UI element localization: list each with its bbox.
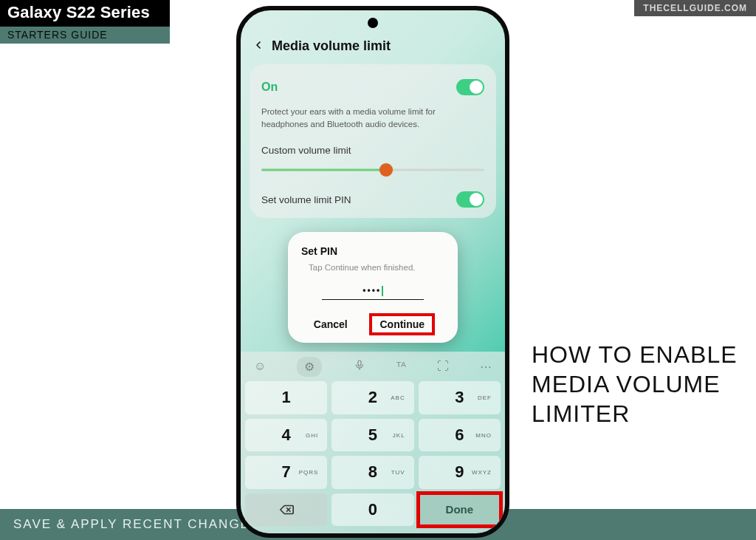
series-badge: Galaxy S22 Series STARTERS GUIDE (0, 0, 170, 44)
tutorial-headline: HOW TO ENABLE MEDIA VOLUME LIMITER (532, 340, 746, 428)
pin-toggle[interactable] (456, 191, 484, 208)
set-pin-dialog: Set PIN Tap Continue when finished. ••••… (288, 232, 458, 343)
settings-panel: On Protect your ears with a media volume… (250, 64, 496, 218)
svg-rect-0 (358, 360, 361, 366)
phone-frame: Media volume limit On Protect your ears … (236, 6, 509, 538)
volume-slider[interactable] (261, 160, 484, 180)
pin-input[interactable]: •••• (322, 285, 424, 300)
screen-header: Media volume limit (241, 35, 505, 64)
done-key[interactable]: Done (419, 493, 501, 527)
on-toggle[interactable] (456, 79, 484, 95)
backspace-key[interactable] (245, 493, 327, 527)
series-title: Galaxy S22 Series (0, 0, 170, 27)
key-1[interactable]: 1 (245, 381, 327, 414)
series-subtitle: STARTERS GUIDE (0, 27, 170, 44)
on-label: On (261, 81, 278, 94)
key-5[interactable]: 5JKL (331, 419, 413, 452)
custom-volume-label: Custom volume limit (261, 140, 484, 156)
numeric-keyboard: ☺ ⚙ ᵀᴬ ⛶ ⋯ 1 2ABC 3DEF 4GHI 5JKL 6MNO 7P… (241, 352, 505, 533)
key-4[interactable]: 4GHI (245, 419, 327, 452)
back-icon[interactable] (252, 39, 264, 54)
pin-dots: •••• (362, 285, 381, 295)
screen-title: Media volume limit (272, 38, 391, 54)
expand-icon[interactable]: ⛶ (437, 360, 449, 373)
keyboard-toolbar: ☺ ⚙ ᵀᴬ ⛶ ⋯ (241, 352, 505, 381)
dialog-title: Set PIN (301, 245, 444, 257)
on-row[interactable]: On (261, 75, 484, 100)
key-9[interactable]: 9WXYZ (419, 456, 501, 489)
more-icon[interactable]: ⋯ (480, 360, 492, 374)
pin-label: Set volume limit PIN (261, 194, 351, 205)
dialog-actions: Cancel Continue (301, 310, 444, 335)
done-label: Done (446, 503, 474, 516)
key-8[interactable]: 8TUV (331, 456, 413, 489)
continue-highlight: Continue (369, 313, 435, 335)
cancel-button[interactable]: Cancel (311, 314, 351, 335)
slider-track (261, 169, 484, 171)
key-6[interactable]: 6MNO (419, 419, 501, 452)
side-button (509, 121, 509, 202)
mic-icon[interactable] (354, 359, 365, 374)
continue-button[interactable]: Continue (377, 314, 427, 335)
settings-icon[interactable]: ⚙ (297, 357, 322, 377)
site-watermark: THECELLGUIDE.COM (634, 0, 756, 16)
setting-description: Protect your ears with a media volume li… (261, 100, 484, 140)
emoji-icon[interactable]: ☺ (254, 360, 266, 373)
keypad-grid: 1 2ABC 3DEF 4GHI 5JKL 6MNO 7PQRS 8TUV 9W… (241, 381, 505, 533)
key-2[interactable]: 2ABC (331, 381, 413, 414)
key-3[interactable]: 3DEF (419, 381, 501, 414)
dialog-subtitle: Tap Continue when finished. (301, 257, 444, 285)
pin-cursor (382, 286, 383, 296)
pin-row[interactable]: Set volume limit PIN (261, 187, 484, 212)
screen: Media volume limit On Protect your ears … (241, 10, 505, 533)
slider-thumb[interactable] (379, 163, 393, 177)
translate-icon[interactable]: ᵀᴬ (396, 360, 406, 374)
key-0[interactable]: 0 (331, 493, 413, 527)
key-7[interactable]: 7PQRS (245, 456, 327, 489)
